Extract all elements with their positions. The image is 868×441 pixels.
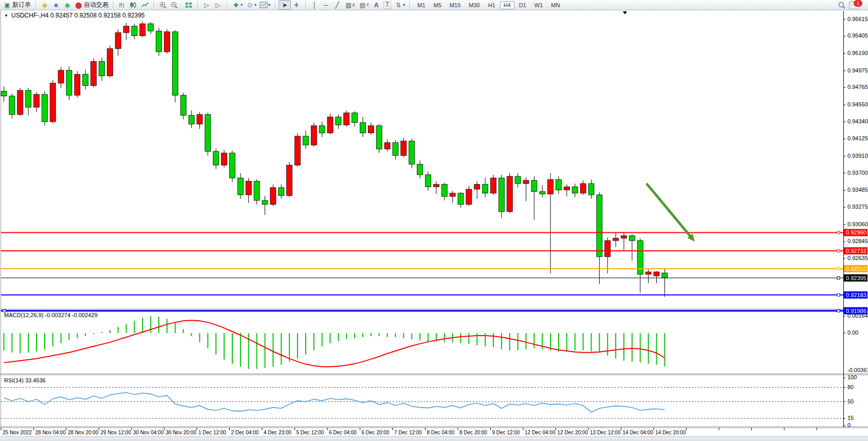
trendline-tool-button[interactable]: ╱ <box>331 1 343 9</box>
svg-text:5 Dec 12:00: 5 Dec 12:00 <box>297 430 324 435</box>
svg-text:30 Nov 04:00: 30 Nov 04:00 <box>133 430 164 435</box>
channel-tool-button[interactable]: ▨E <box>343 1 357 9</box>
line-chart-button[interactable] <box>139 1 151 9</box>
svg-text:6 Dec 04:00: 6 Dec 04:00 <box>329 430 357 435</box>
svg-text:4 Dec 23:00: 4 Dec 23:00 <box>264 430 291 435</box>
styles-button[interactable]: ◆ <box>39 1 50 9</box>
svg-text:0.94550: 0.94550 <box>847 101 868 107</box>
equidistant-channel-icon: ▨ <box>344 1 353 9</box>
tab-timeframe-m5[interactable]: M5 <box>430 1 445 9</box>
svg-text:2 Dec 04:00: 2 Dec 04:00 <box>231 430 259 435</box>
new-order-button[interactable]: ▣ 新订单 <box>2 1 32 9</box>
svg-text:0.93910: 0.93910 <box>847 153 868 159</box>
svg-text:USDCHF-,H4 0.92457 0.92508 0.: USDCHF-,H4 0.92457 0.92508 0.92158 0.923… <box>11 12 145 19</box>
svg-text:14 Dec 20:00: 14 Dec 20:00 <box>655 430 686 435</box>
svg-text:7 Dec 12:00: 7 Dec 12:00 <box>394 430 422 435</box>
hline-tool-button[interactable]: ─ <box>320 1 331 9</box>
styles-icon: ◆ <box>41 1 49 9</box>
community-button[interactable]: ☻ <box>50 1 62 9</box>
autotrade-icon: ⬤ <box>75 1 83 9</box>
svg-text:0: 0 <box>847 422 851 428</box>
tab-timeframe-h1[interactable]: H1 <box>485 1 499 9</box>
tab-timeframe-m15[interactable]: M15 <box>446 1 464 9</box>
autotrade-label: 自动交易 <box>84 1 108 9</box>
vline-tool-button[interactable]: │ <box>309 1 320 9</box>
svg-text:0.93700: 0.93700 <box>847 170 868 176</box>
chevron-down-icon: ▾ <box>403 3 405 7</box>
signals-button[interactable]: ◉ <box>62 1 73 9</box>
zoom-in-icon <box>159 1 167 9</box>
trading-terminal: ▣ 新订单 ◆ ☻ ◉ ⬤ 自动交易 <box>0 0 868 441</box>
svg-text:0.94765: 0.94765 <box>847 84 868 90</box>
tab-timeframe-m1[interactable]: M1 <box>414 1 429 9</box>
zoom-out-button[interactable] <box>169 1 180 9</box>
svg-text:0.92960: 0.92960 <box>846 229 866 235</box>
text-tool-button[interactable]: A <box>371 1 382 9</box>
template-button[interactable]: ▷ <box>212 1 224 9</box>
tab-timeframe-d1[interactable]: D1 <box>515 1 530 9</box>
candlestick-chart-button[interactable] <box>128 1 139 9</box>
svg-text:15: 15 <box>847 415 854 421</box>
community-icon: ☻ <box>52 1 60 9</box>
autotrade-button[interactable]: ⬤ 自动交易 <box>73 1 110 9</box>
search-button[interactable] <box>836 1 847 9</box>
window-resize-strip[interactable] <box>0 436 868 441</box>
svg-text:8 Dec 20:00: 8 Dec 20:00 <box>459 430 487 435</box>
svg-text:13 Dec 12:00: 13 Dec 12:00 <box>590 430 621 435</box>
fibonacci-tool-button[interactable]: ▤F <box>357 1 371 9</box>
horizontal-line-icon: ─ <box>322 1 330 9</box>
period-button[interactable]: ⊙▾ <box>244 1 258 9</box>
svg-text:0.92183: 0.92183 <box>846 292 866 298</box>
chart-template-select[interactable]: ▾ <box>258 1 272 9</box>
tab-timeframe-h4[interactable]: H4 <box>500 1 514 9</box>
add-indicator-icon: ✚ <box>232 1 240 9</box>
arrows-tool-button[interactable]: ⇅▾ <box>393 1 407 9</box>
svg-text:0.94340: 0.94340 <box>847 118 868 124</box>
template-icon: ▷ <box>214 1 222 9</box>
indicator-window-icon: ▷ <box>202 1 211 9</box>
svg-text:0.00: 0.00 <box>847 329 858 336</box>
zoom-out-icon <box>170 1 178 9</box>
signals-icon: ◉ <box>63 1 71 9</box>
svg-text:MACD(12,26,9) -0.003274 -0.002: MACD(12,26,9) -0.003274 -0.002429 <box>4 312 98 318</box>
cursor-tool-button[interactable]: ➤ <box>279 0 291 10</box>
svg-text:-0.003674: -0.003674 <box>847 367 868 373</box>
vertical-line-icon: │ <box>310 1 319 9</box>
svg-text:▼: ▼ <box>4 13 8 18</box>
line-chart-icon <box>141 1 149 9</box>
trendline-icon: ╱ <box>333 1 341 9</box>
svg-text:RSI(14) 33.4536: RSI(14) 33.4536 <box>4 377 46 383</box>
chart-canvas[interactable]: 0.956150.954050.951900.949750.947650.945… <box>0 10 868 437</box>
candlestick-chart-icon <box>130 1 138 9</box>
bar-chart-icon <box>118 1 126 9</box>
zoom-in-button[interactable] <box>157 1 169 9</box>
svg-text:0.92845: 0.92845 <box>847 238 868 244</box>
tab-timeframe-mn[interactable]: MN <box>547 1 563 9</box>
indicator-window-button[interactable]: ▷ <box>201 1 212 9</box>
svg-text:30 Nov 20:00: 30 Nov 20:00 <box>166 430 197 435</box>
label-tool-button[interactable]: T <box>382 1 393 9</box>
notifications-icon: 1 <box>849 1 859 9</box>
svg-text:80: 80 <box>847 384 854 390</box>
svg-text:8 Dec 04:00: 8 Dec 04:00 <box>427 430 455 435</box>
new-order-icon: ▣ <box>3 1 11 9</box>
svg-text:50: 50 <box>847 398 854 405</box>
notifications-button[interactable]: 1 <box>847 1 861 9</box>
timeframe-group: M1 M5 M15 M30 H1 H4 D1 W1 MN <box>412 0 565 10</box>
arrows-icon: ⇅ <box>394 1 402 9</box>
chevron-down-icon: ▾ <box>268 3 270 7</box>
chart-preview-icon <box>260 1 268 9</box>
svg-text:0.001642: 0.001642 <box>847 313 868 319</box>
main-toolbar: ▣ 新订单 ◆ ☻ ◉ ⬤ 自动交易 <box>0 0 868 10</box>
notification-count-badge: 1 <box>854 0 862 7</box>
period-clock-icon: ⊙ <box>246 1 254 9</box>
chevron-down-icon: ▾ <box>254 3 256 7</box>
add-indicator-button[interactable]: ✚▾ <box>230 1 244 9</box>
bar-chart-button[interactable] <box>117 1 128 9</box>
svg-text:0.93485: 0.93485 <box>847 187 868 193</box>
tab-timeframe-m30[interactable]: M30 <box>465 1 483 9</box>
svg-text:0.94975: 0.94975 <box>847 67 868 74</box>
tab-timeframe-w1[interactable]: W1 <box>531 1 547 9</box>
tile-windows-button[interactable] <box>183 1 194 9</box>
crosshair-tool-button[interactable]: ✛ <box>291 1 302 9</box>
